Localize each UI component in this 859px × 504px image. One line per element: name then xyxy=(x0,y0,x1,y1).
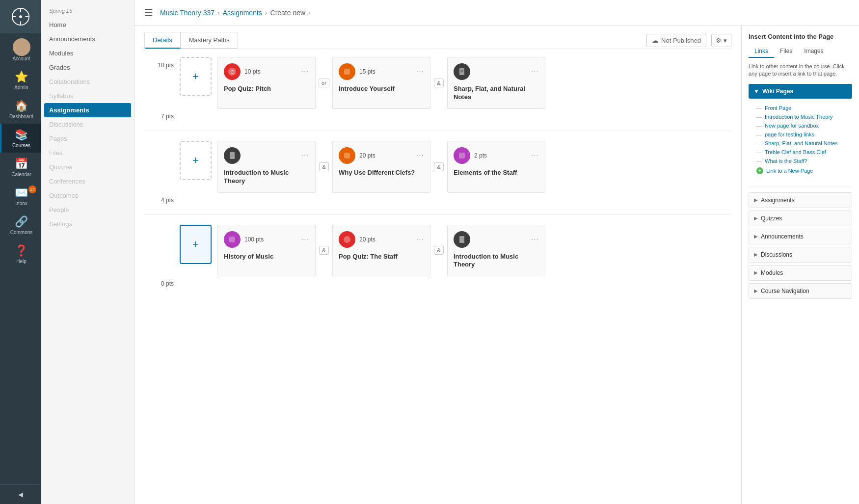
card-dots-3[interactable]: ··· xyxy=(531,67,539,76)
tab-details[interactable]: Details xyxy=(144,32,181,49)
nav-item-commons[interactable]: 🔗 Commons xyxy=(0,211,41,239)
new-page-plus-icon: + xyxy=(756,167,763,174)
chevron-announcements: ▶ xyxy=(754,234,758,239)
nav-item-help[interactable]: ❓ Help xyxy=(0,239,41,268)
svg-rect-17 xyxy=(229,237,235,242)
wiki-item-sharp-flat[interactable]: — Sharp, Flat, and Natural Notes xyxy=(756,139,852,148)
group-row-1: 10 pts + ⊙ 10 pts xyxy=(144,57,731,109)
add-box-1[interactable]: + xyxy=(180,57,212,96)
sidebar-item-announcements[interactable]: Announcements xyxy=(41,32,134,46)
wiki-item-sandbox[interactable]: — New page for sandbox xyxy=(756,121,852,130)
gear-button[interactable]: ⚙ ▾ xyxy=(711,34,731,47)
nav-item-inbox[interactable]: ✉️ 14 Inbox xyxy=(0,182,41,211)
card-icon-3 xyxy=(454,63,470,80)
breadcrumb-course[interactable]: Music Theory 337 xyxy=(160,9,215,17)
card-icon-6 xyxy=(454,147,470,164)
svg-rect-19 xyxy=(459,236,464,243)
sidebar-item-collaborations[interactable]: Collaborations xyxy=(41,75,134,89)
collapsible-label-discussions: Discussions xyxy=(761,251,792,258)
card-dots-6[interactable]: ··· xyxy=(531,151,539,160)
panel-description: Link to other content in the course. Cli… xyxy=(749,63,852,78)
connector-and-1: & xyxy=(430,79,447,87)
chevron-modules: ▶ xyxy=(754,270,758,275)
collapsible-header-announcements[interactable]: ▶ Announcements xyxy=(749,229,852,244)
collapsible-header-discussions[interactable]: ▶ Discussions xyxy=(749,247,852,262)
svg-rect-15 xyxy=(344,153,350,159)
nav-item-dashboard[interactable]: 🏠 Dashboard xyxy=(0,95,41,124)
assignment-group-2: 4 pts + xyxy=(144,141,731,215)
nav-item-calendar[interactable]: 📅 Calendar xyxy=(0,153,41,182)
connector-badge-and-2: & xyxy=(319,162,328,171)
panel-tab-images[interactable]: Images xyxy=(798,45,829,58)
svg-point-1 xyxy=(19,15,22,18)
sidebar-item-discussions[interactable]: Discussions xyxy=(41,117,134,132)
wiki-items-list: — Front Page — Introduction to Music The… xyxy=(749,102,852,180)
wiki-dash-3: — xyxy=(756,123,762,129)
sidebar-item-conferences[interactable]: Conferences xyxy=(41,174,134,188)
add-box-3[interactable]: + xyxy=(180,225,212,264)
sidebar-item-grades[interactable]: Grades xyxy=(41,60,134,75)
app-logo[interactable] xyxy=(0,0,41,33)
wiki-item-intro[interactable]: — Introduction to Music Theory xyxy=(756,112,852,121)
sidebar-item-people[interactable]: People xyxy=(41,203,134,217)
sidebar-item-quizzes[interactable]: Quizzes xyxy=(41,160,134,174)
collapsible-label-course-navigation: Course Navigation xyxy=(761,288,809,294)
tab-mastery-paths[interactable]: Mastery Paths xyxy=(181,32,238,49)
card-icon-pts-9 xyxy=(454,231,474,248)
collapsible-header-course-navigation[interactable]: ▶ Course Navigation xyxy=(749,284,852,298)
card-title-7: History of Music xyxy=(224,253,309,261)
card-dots-5[interactable]: ··· xyxy=(416,151,424,160)
connector-badge-and-5: & xyxy=(434,246,443,255)
add-box-2[interactable]: + xyxy=(180,141,212,180)
collapsible-header-modules[interactable]: ▶ Modules xyxy=(749,265,852,280)
tabs: Details Mastery Paths xyxy=(144,32,238,49)
collapsible-course-navigation: ▶ Course Navigation xyxy=(749,283,852,299)
wiki-item-testing-links[interactable]: — page for testing links xyxy=(756,130,852,139)
card-title-4: Introduction to Music Theory xyxy=(224,169,309,186)
gear-dropdown-icon: ▾ xyxy=(724,37,727,44)
sidebar-item-pages[interactable]: Pages xyxy=(41,132,134,146)
wiki-link-new[interactable]: + Link to a New Page xyxy=(756,165,852,176)
breadcrumb-assignments[interactable]: Assignments xyxy=(223,9,262,17)
hamburger-icon[interactable]: ☰ xyxy=(144,7,153,19)
wiki-dash-4: — xyxy=(756,132,762,137)
sidebar-item-settings[interactable]: Settings xyxy=(41,217,134,231)
panel-tab-files[interactable]: Files xyxy=(774,45,798,58)
svg-rect-10 xyxy=(344,69,350,75)
card-dots-4[interactable]: ··· xyxy=(301,151,309,160)
sidebar-item-files[interactable]: Files xyxy=(41,146,134,160)
collapsible-label-quizzes: Quizzes xyxy=(761,215,782,222)
connector-and-5: & xyxy=(430,246,447,255)
nav-item-courses[interactable]: 📚 Courses xyxy=(0,124,41,153)
wiki-item-what-is-staff[interactable]: — What is the Staff? xyxy=(756,157,852,165)
sidebar-item-outcomes[interactable]: Outcomes xyxy=(41,188,134,203)
card-dots-2[interactable]: ··· xyxy=(416,67,424,76)
wiki-section-header[interactable]: ▼ Wiki Pages xyxy=(749,84,852,99)
collapsible-label-announcements: Announcements xyxy=(761,233,804,240)
panel-tab-links[interactable]: Links xyxy=(749,45,774,58)
sidebar-item-assignments[interactable]: Assignments xyxy=(44,103,131,117)
sidebar-item-home[interactable]: Home xyxy=(41,18,134,32)
card-dots-7[interactable]: ··· xyxy=(301,235,309,244)
sidebar-item-syllabus[interactable]: Syllabus xyxy=(41,89,134,103)
nav-item-admin[interactable]: ⭐ Admin xyxy=(0,66,41,95)
group-row-1-bottom: 7 pts xyxy=(144,113,731,125)
avatar xyxy=(13,38,30,56)
nav-collapse-button[interactable]: ◀ xyxy=(0,484,41,504)
card-dots-8[interactable]: ··· xyxy=(416,235,424,244)
collapsible-header-quizzes[interactable]: ▶ Quizzes xyxy=(749,211,852,226)
wiki-item-treble-bass[interactable]: — Treble Clef and Bass Clef xyxy=(756,148,852,157)
collapsible-header-assignments[interactable]: ▶ Assignments xyxy=(749,193,852,208)
gear-icon: ⚙ xyxy=(716,37,722,44)
add-icon-1: + xyxy=(192,70,199,83)
wiki-item-front-page[interactable]: — Front Page xyxy=(756,104,852,112)
card-dots-1[interactable]: ··· xyxy=(301,67,309,76)
card-dots-9[interactable]: ··· xyxy=(531,235,539,244)
card-pts-1: 10 pts xyxy=(244,68,261,75)
nav-item-account[interactable]: Account xyxy=(0,33,41,66)
wiki-section-label: Wiki Pages xyxy=(762,88,793,95)
card-pts-2: 15 pts xyxy=(359,68,376,75)
sidebar-item-modules[interactable]: Modules xyxy=(41,46,134,60)
card-header-1: ⊙ 10 pts ··· xyxy=(224,63,309,80)
wiki-dash-5: — xyxy=(756,140,762,146)
